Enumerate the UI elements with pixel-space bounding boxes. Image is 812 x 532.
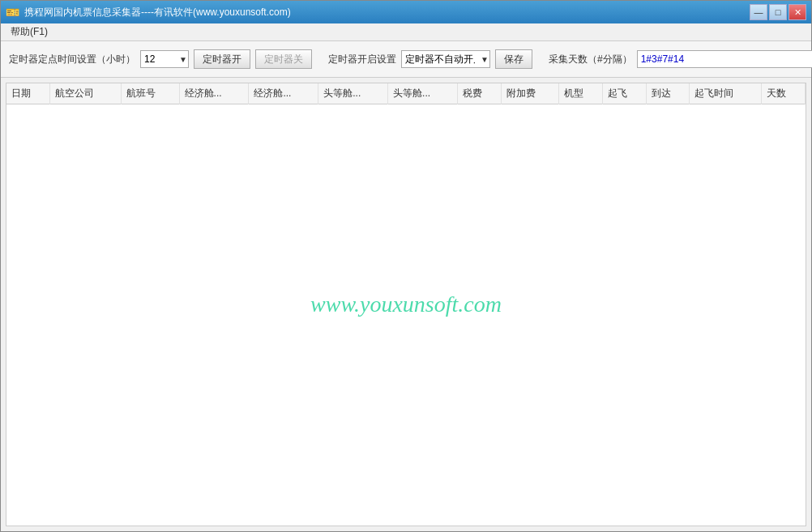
save-button[interactable]: 保存	[495, 49, 532, 69]
days-input[interactable]	[637, 50, 812, 68]
table-header-row: 日期 航空公司 航班号 经济舱... 经济舱... 头等舱... 头等舱... …	[6, 83, 806, 104]
col-surcharge: 附加费	[501, 83, 558, 104]
days-group: 采集天数（#分隔）	[549, 50, 812, 68]
window-title: 携程网国内机票信息采集器----有讯软件(www.youxunsoft.com)	[24, 6, 291, 19]
timer-mode-select[interactable]: 定时器不自动开启 定时器自动开启	[401, 50, 490, 68]
col-first2: 头等舱...	[388, 83, 458, 104]
timer-on-button[interactable]: 定时器开	[194, 49, 250, 69]
col-first1: 头等舱...	[318, 83, 388, 104]
app-icon: 🎫	[6, 6, 19, 19]
col-aircraft: 机型	[558, 83, 602, 104]
close-button[interactable]: ✕	[788, 4, 806, 20]
title-bar: 🎫 携程网国内机票信息采集器----有讯软件(www.youxunsoft.co…	[1, 1, 811, 23]
col-flight-no: 航班号	[122, 83, 179, 104]
col-date: 日期	[6, 83, 49, 104]
col-days: 天数	[762, 83, 806, 104]
col-airline: 航空公司	[49, 83, 122, 104]
main-window: 🎫 携程网国内机票信息采集器----有讯软件(www.youxunsoft.co…	[0, 0, 812, 532]
timer-off-button[interactable]: 定时器关	[255, 49, 312, 69]
toolbar: 定时器定点时间设置（小时） 12 1 2 6 24 ▼ 定时器开 定时器关 定时…	[1, 41, 811, 78]
timer-start-group: 定时器开启设置 定时器不自动开启 定时器自动开启 ▼ 保存	[328, 49, 532, 69]
timer-time-group: 定时器定点时间设置（小时） 12 1 2 6 24 ▼ 定时器开 定时器关	[9, 49, 312, 69]
col-depart: 起飞	[602, 83, 646, 104]
minimize-button[interactable]: —	[750, 4, 767, 20]
data-table-container: 日期 航空公司 航班号 经济舱... 经济舱... 头等舱... 头等舱... …	[6, 83, 806, 526]
col-tax: 税费	[457, 83, 501, 104]
maximize-button[interactable]: □	[769, 4, 787, 20]
menu-item-help[interactable]: 帮助(F1)	[4, 23, 54, 40]
col-economy1: 经济舱...	[179, 83, 249, 104]
menu-bar: 帮助(F1)	[1, 23, 811, 41]
timer-time-label: 定时器定点时间设置（小时）	[9, 53, 135, 66]
watermark: www.youxunsoft.com	[310, 292, 502, 317]
data-table: 日期 航空公司 航班号 经济舱... 经济舱... 头等舱... 头等舱... …	[6, 83, 806, 104]
timer-start-label: 定时器开启设置	[328, 53, 396, 66]
col-depart-time: 起飞时间	[690, 83, 762, 104]
timer-time-select[interactable]: 12 1 2 6 24	[140, 50, 189, 68]
title-bar-controls: — □ ✕	[750, 4, 806, 20]
timer-time-select-wrapper: 12 1 2 6 24 ▼	[140, 50, 189, 68]
days-label: 采集天数（#分隔）	[549, 53, 632, 66]
timer-dropdown-wrapper: 定时器不自动开启 定时器自动开启 ▼	[401, 50, 490, 68]
title-bar-left: 🎫 携程网国内机票信息采集器----有讯软件(www.youxunsoft.co…	[6, 6, 291, 19]
col-economy2: 经济舱...	[249, 83, 318, 104]
col-arrive: 到达	[646, 83, 690, 104]
